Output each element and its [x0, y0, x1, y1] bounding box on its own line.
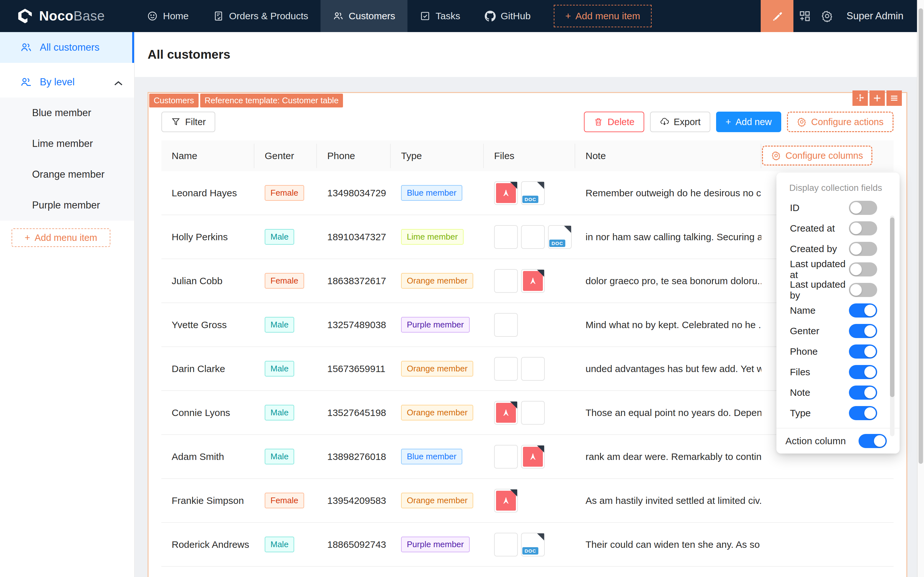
phone-number: 13498034729: [327, 188, 386, 198]
pdf-file-icon[interactable]: [521, 269, 545, 293]
sidebar-submenu-item-blue-member[interactable]: Blue member: [0, 98, 134, 128]
dropdown-scrollbar-thumb[interactable]: [890, 218, 895, 397]
add-new-button[interactable]: + Add new: [716, 111, 782, 132]
sidebar-submenu-item-lime-member[interactable]: Lime member: [0, 128, 134, 159]
pdf-file-icon[interactable]: [521, 445, 545, 469]
toggle-switch[interactable]: [859, 434, 887, 448]
nav-add-menu-item-button[interactable]: + Add menu item: [554, 5, 651, 27]
field-toggle-type[interactable]: Type: [776, 403, 900, 423]
toggle-switch[interactable]: [849, 303, 877, 318]
sidebar-submenu-item-orange-member[interactable]: Orange member: [0, 159, 134, 190]
gender-tag: Female: [265, 185, 304, 201]
toggle-switch[interactable]: [849, 385, 877, 400]
pdf-file-icon[interactable]: [494, 489, 518, 513]
chevron-up-icon[interactable]: [112, 77, 122, 87]
sidebar-item-all-customers[interactable]: All customers: [0, 32, 134, 63]
action-column-toggle-row[interactable]: Action column: [776, 428, 900, 453]
field-toggle-created-by[interactable]: Created by: [776, 239, 900, 259]
action-cell: [761, 479, 893, 522]
brand-bold: Noco: [39, 8, 74, 23]
field-toggle-last-updated-by[interactable]: Last updated by: [776, 280, 900, 300]
export-button[interactable]: Export: [650, 111, 710, 132]
delete-button[interactable]: Delete: [584, 111, 644, 132]
toggle-switch[interactable]: [849, 345, 877, 359]
drag-handle-button[interactable]: [853, 90, 868, 106]
configure-columns-button[interactable]: Configure columns: [762, 146, 872, 166]
field-toggle-created-at[interactable]: Created at: [776, 218, 900, 239]
field-toggle-files[interactable]: Files: [776, 362, 900, 382]
template-tag: Reference template: Customer table: [200, 93, 343, 108]
image-thumbnail[interactable]: [521, 225, 545, 249]
block-menu-button[interactable]: [887, 90, 902, 106]
field-toggle-phone[interactable]: Phone: [776, 341, 900, 362]
ui-editor-highlighter-button[interactable]: [761, 0, 793, 32]
nav-item-tasks[interactable]: Tasks: [408, 0, 472, 32]
table-row: Roderick Andrews Male 18865092743 Purple…: [161, 523, 893, 567]
table-row: Frankie Simpson Female 13954209583 Orang…: [161, 479, 893, 523]
sidebar-item-by-level[interactable]: By level: [0, 67, 134, 98]
toggle-switch[interactable]: [849, 406, 877, 420]
field-toggle-name[interactable]: Name: [776, 300, 900, 321]
window-scrollbar-thumb[interactable]: [919, 8, 923, 464]
nav-item-home[interactable]: Home: [135, 0, 201, 32]
image-thumbnail[interactable]: [494, 269, 518, 293]
filter-funnel-icon: [171, 117, 181, 127]
nocobase-logo[interactable]: NocoBase: [0, 8, 135, 24]
user-menu[interactable]: Super Admin: [839, 10, 917, 22]
customer-name: Frankie Simpson: [172, 495, 244, 506]
toggle-switch[interactable]: [849, 221, 877, 235]
pdf-file-icon[interactable]: [494, 181, 518, 205]
window-scrollbar[interactable]: [917, 0, 924, 577]
field-toggle-genter[interactable]: Genter: [776, 321, 900, 341]
image-thumbnail[interactable]: [494, 357, 518, 381]
column-header-genter: Genter: [255, 140, 317, 171]
filter-button[interactable]: Filter: [161, 111, 215, 132]
gear-icon: [821, 10, 833, 22]
toggle-switch[interactable]: [849, 324, 877, 338]
phone-number: 13954209583: [327, 495, 386, 506]
image-thumbnail[interactable]: [494, 225, 518, 249]
ui-schema-settings-button[interactable]: [793, 0, 816, 32]
type-tag: Orange member: [401, 493, 473, 508]
toggle-switch[interactable]: [849, 283, 877, 297]
doc-file-icon[interactable]: DOC: [521, 533, 545, 556]
nav-item-orders-products[interactable]: Orders & Products: [201, 0, 321, 32]
customer-name: Adam Smith: [172, 451, 224, 462]
image-thumbnail[interactable]: [521, 401, 545, 425]
sidebar-add-menu-item-button[interactable]: + Add menu item: [11, 228, 110, 247]
gender-tag: Female: [265, 273, 304, 288]
image-thumbnail[interactable]: [494, 313, 518, 337]
home-icon: [147, 11, 158, 21]
image-thumbnail[interactable]: [494, 445, 518, 469]
customer-name: Holly Perkins: [172, 232, 228, 242]
type-tag: Purple member: [401, 317, 470, 333]
field-toggle-last-updated-at[interactable]: Last updated at: [776, 259, 900, 280]
doc-file-icon[interactable]: DOC: [521, 181, 545, 205]
image-thumbnail[interactable]: [521, 357, 545, 381]
nav-item-customers[interactable]: Customers: [321, 0, 408, 32]
toggle-switch[interactable]: [849, 263, 877, 276]
doc-file-icon[interactable]: DOC: [548, 225, 572, 249]
files-cell: [484, 479, 575, 522]
toggle-switch[interactable]: [849, 242, 877, 256]
files-cell: [484, 347, 575, 390]
customer-name: Roderick Andrews: [172, 539, 249, 550]
pdf-file-icon[interactable]: [494, 401, 518, 425]
settings-button[interactable]: [816, 0, 839, 32]
field-toggle-note[interactable]: Note: [776, 382, 900, 403]
sidebar-submenu-item-purple-member[interactable]: Purple member: [0, 190, 134, 221]
gender-tag: Male: [265, 449, 294, 464]
nav-menu: Home Orders & Products Customers Tasks G…: [135, 0, 543, 32]
field-toggle-id[interactable]: ID: [776, 198, 900, 218]
image-thumbnail[interactable]: [494, 533, 518, 556]
nav-item-github[interactable]: GitHub: [472, 0, 543, 32]
add-block-button[interactable]: [869, 90, 885, 106]
files-cell: [484, 259, 575, 303]
team-icon: [20, 76, 32, 88]
collection-tag: Customers: [149, 93, 198, 108]
toggle-switch[interactable]: [849, 201, 877, 215]
files-cell: DOC: [484, 215, 575, 258]
toggle-switch[interactable]: [849, 365, 877, 379]
configure-actions-button[interactable]: Configure actions: [787, 111, 893, 132]
phone-number: 13898276018: [327, 451, 386, 462]
